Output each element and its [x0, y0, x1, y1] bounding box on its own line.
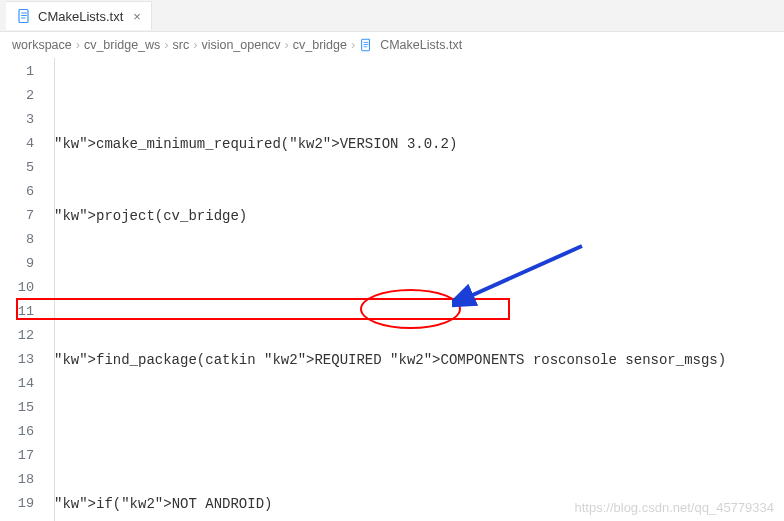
tab-bar: CMakeLists.txt ×: [0, 0, 784, 32]
line-number: 6: [0, 180, 34, 204]
chevron-right-icon: ›: [164, 38, 168, 52]
breadcrumb-item[interactable]: cv_bridge_ws: [84, 38, 160, 52]
editor-tab[interactable]: CMakeLists.txt ×: [6, 1, 152, 30]
line-number: 5: [0, 156, 34, 180]
line-number: 13: [0, 348, 34, 372]
code-line: [54, 276, 784, 300]
line-number: 12: [0, 324, 34, 348]
line-number: 9: [0, 252, 34, 276]
line-number: 3: [0, 108, 34, 132]
line-number: 11: [0, 300, 34, 324]
line-number: 18: [0, 468, 34, 492]
file-icon: [359, 38, 373, 52]
line-number: 10: [0, 276, 34, 300]
line-number: 4: [0, 132, 34, 156]
code-content[interactable]: "kw">cmake_minimum_required("kw2">VERSIO…: [54, 58, 784, 521]
line-number: 8: [0, 228, 34, 252]
close-icon[interactable]: ×: [133, 9, 141, 24]
line-number: 17: [0, 444, 34, 468]
line-number: 15: [0, 396, 34, 420]
chevron-right-icon: ›: [285, 38, 289, 52]
code-line: "kw">project(cv_bridge): [54, 204, 784, 228]
breadcrumb-item[interactable]: cv_bridge: [293, 38, 347, 52]
watermark: https://blog.csdn.net/qq_45779334: [575, 500, 775, 515]
tab-filename: CMakeLists.txt: [38, 9, 123, 24]
code-line: "kw">cmake_minimum_required("kw2">VERSIO…: [54, 132, 784, 156]
code-editor[interactable]: 1 2 3 4 5 6 7 8 9 10 11 12 13 14 15 16 1…: [0, 58, 784, 521]
code-line: "kw">find_package(catkin "kw2">REQUIRED …: [54, 348, 784, 372]
code-line: [54, 420, 784, 444]
line-number: 14: [0, 372, 34, 396]
chevron-right-icon: ›: [76, 38, 80, 52]
line-gutter: 1 2 3 4 5 6 7 8 9 10 11 12 13 14 15 16 1…: [0, 58, 54, 521]
line-number: 7: [0, 204, 34, 228]
breadcrumb-item[interactable]: workspace: [12, 38, 72, 52]
chevron-right-icon: ›: [351, 38, 355, 52]
breadcrumbs: workspace › cv_bridge_ws › src › vision_…: [0, 32, 784, 58]
breadcrumb-item[interactable]: vision_opencv: [201, 38, 280, 52]
chevron-right-icon: ›: [193, 38, 197, 52]
line-number: 19: [0, 492, 34, 516]
file-icon: [16, 8, 32, 24]
breadcrumb-item[interactable]: CMakeLists.txt: [380, 38, 462, 52]
line-number: 2: [0, 84, 34, 108]
line-number: 1: [0, 60, 34, 84]
breadcrumb-item[interactable]: src: [173, 38, 190, 52]
line-number: 16: [0, 420, 34, 444]
